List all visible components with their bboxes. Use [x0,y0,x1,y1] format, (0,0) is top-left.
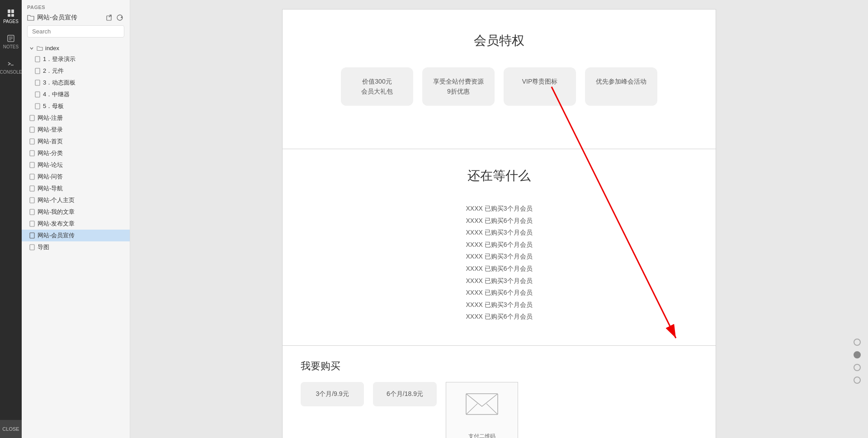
sidebar-item-console[interactable]: CONSOLE [0,54,22,80]
page-icon [29,150,35,156]
vip-card-1: 价值300元 会员大礼包 [341,67,413,106]
notes-icon [6,34,15,43]
tree-item-category[interactable]: 网站-分类 [22,147,130,159]
buy-card-1[interactable]: 3个月/9.9元 [301,382,364,406]
tree-item-forum[interactable]: 网站-论坛 [22,159,130,171]
page-icon [29,185,35,192]
tree-item-login[interactable]: 网站-登录 [22,124,130,136]
tree-label: 导图 [38,243,49,251]
folder-open-icon [27,14,34,21]
export-icon[interactable] [105,14,113,22]
tree-label: 网站-首页 [38,137,63,146]
tree-label: 网站-我的文章 [38,208,75,216]
tree-item-profile[interactable]: 网站-个人主页 [22,194,130,206]
section-buy: 我要购买 3个月/9.9元 6个月/18.9元 支付二维码 [282,346,716,438]
tree-label: 2．元件 [43,67,64,75]
tree-item-register[interactable]: 网站-注册 [22,112,130,124]
list-item: XXXX 已购买3个月会员 [301,203,698,215]
tree-label: 5．母板 [43,102,64,110]
page-icon [29,127,35,133]
page-icon [34,56,41,62]
svg-rect-26 [30,233,34,238]
page-icon [29,162,35,168]
page-icon [34,68,41,74]
tree-item-home[interactable]: 网站-首页 [22,136,130,147]
vip-card-3-line1: VIP尊贵图标 [522,78,558,85]
vip-card-2-line2: 9折优惠 [447,88,470,95]
vip-card-4: 优先参加峰会活动 [585,67,657,106]
tree-label: 网站-个人主页 [38,196,75,204]
nav-dot-3[interactable] [854,364,861,371]
vip-card-1-line2: 会员大礼包 [361,88,393,95]
page-tree: index 1．登录演示 2．元件 3．动态面板 4．中继器 [22,41,130,438]
tree-item-nav[interactable]: 网站-导航 [22,183,130,194]
nav-dot-2[interactable] [854,351,861,358]
close-label: CLOSE [2,426,19,432]
list-item: XXXX 已购买6个月会员 [301,287,698,299]
tree-item-5[interactable]: 5．母板 [22,100,130,112]
list-item: XXXX 已购买6个月会员 [301,263,698,275]
sidebar-item-notes[interactable]: NOTES [0,29,22,54]
main-canvas: 会员特权 价值300元 会员大礼包 享受全站付费资源 9折优惠 VIP尊贵图标 … [130,0,868,438]
list-item: XXXX 已购买3个月会员 [301,226,698,239]
console-label: CONSOLE [0,70,22,75]
svg-rect-24 [30,209,34,215]
tree-item-mindmap[interactable]: 导图 [22,241,130,253]
page-icon [29,197,35,203]
svg-rect-2 [8,14,10,17]
sidebar-item-pages[interactable]: PAGES [0,4,22,29]
buy-card-1-label: 3个月/9.9元 [316,390,349,397]
tree-item-post[interactable]: 网站-发布文章 [22,218,130,230]
svg-rect-25 [30,221,34,226]
tree-item-4[interactable]: 4．中继器 [22,89,130,100]
tree-item-index[interactable]: index [22,43,130,53]
tree-item-1[interactable]: 1．登录演示 [22,53,130,65]
list-item: XXXX 已购买6个月会员 [301,239,698,251]
svg-rect-15 [35,104,40,109]
vip-title: 会员特权 [301,32,698,49]
sidebar-title-row: 网站-会员宣传 [22,12,130,25]
svg-rect-27 [30,245,34,250]
page-icon [34,103,41,109]
nav-dot-1[interactable] [854,339,861,346]
svg-line-30 [486,404,498,414]
close-button[interactable]: CLOSE [0,420,22,438]
refresh-icon[interactable] [116,14,124,22]
pages-icon [6,9,15,18]
waiting-title: 还在等什么 [301,167,698,184]
list-item: XXXX 已购买6个月会员 [301,215,698,227]
tree-item-3[interactable]: 3．动态面板 [22,77,130,89]
buy-title: 我要购买 [301,359,698,373]
search-input[interactable] [27,25,124,38]
page-icon [34,91,41,98]
tree-label: 网站-登录 [38,126,63,134]
svg-rect-23 [30,198,34,203]
purchase-list: XXXX 已购买3个月会员 XXXX 已购买6个月会员 XXXX 已购买3个月会… [301,203,698,323]
vip-card-3: VIP尊贵图标 [504,67,576,106]
tree-item-my-articles[interactable]: 网站-我的文章 [22,206,130,218]
tree-item-2[interactable]: 2．元件 [22,65,130,77]
console-icon [6,59,15,68]
buy-card-2-label: 6个月/18.9元 [387,390,423,397]
section-waiting: 还在等什么 XXXX 已购买3个月会员 XXXX 已购买6个月会员 XXXX 已… [282,149,716,346]
svg-rect-3 [11,14,14,17]
buy-card-2[interactable]: 6个月/18.9元 [373,382,437,406]
tree-item-qa[interactable]: 网站-问答 [22,171,130,183]
tree-item-member[interactable]: 网站-会员宣传 [22,230,130,241]
page-icon [29,244,35,250]
envelope-icon [464,389,500,416]
tree-label: 4．中继器 [43,90,70,99]
page-icon [29,138,35,145]
page-icon [29,174,35,180]
tree-label: 网站-分类 [38,149,63,157]
list-item: XXXX 已购买6个月会员 [301,311,698,323]
vip-cards: 价值300元 会员大礼包 享受全站付费资源 9折优惠 VIP尊贵图标 优先参加峰… [301,67,698,106]
list-item: XXXX 已购买3个月会员 [301,250,698,263]
svg-rect-9 [107,16,111,20]
nav-dot-4[interactable] [854,377,861,384]
svg-rect-22 [30,186,34,191]
svg-rect-28 [466,394,498,414]
buy-options: 3个月/9.9元 6个月/18.9元 支付二维码 [301,382,698,438]
sidebar-panel: PAGES 网站-会员宣传 index [22,0,130,438]
list-item: XXXX 已购买3个月会员 [301,299,698,311]
